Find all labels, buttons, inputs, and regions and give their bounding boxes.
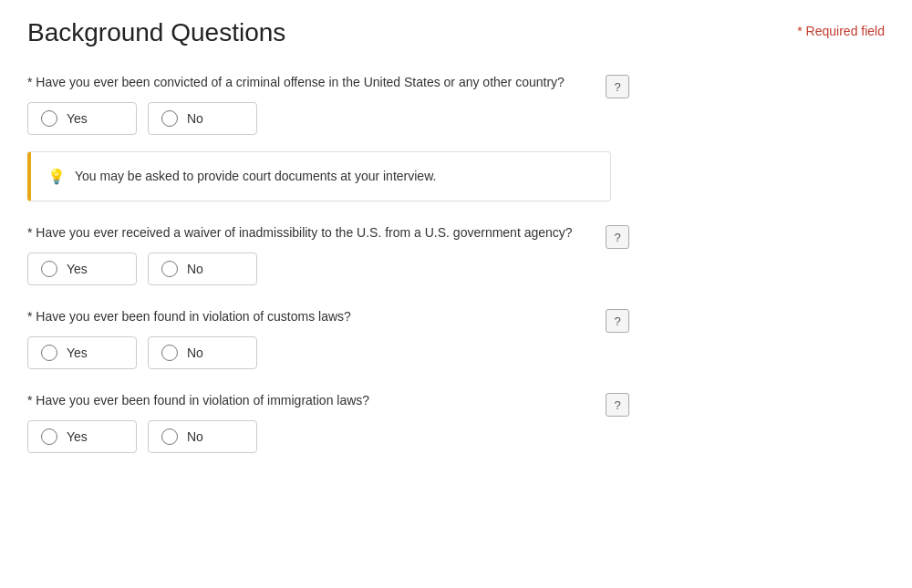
radio-option-1-yes[interactable]: Yes — [27, 102, 137, 135]
questions-container: * Have you ever been convicted of a crim… — [27, 73, 885, 453]
info-box-1: 💡You may be asked to provide court docum… — [27, 151, 611, 201]
question-text-4: * Have you ever been found in violation … — [27, 391, 596, 410]
page-title: Background Questions — [27, 18, 285, 47]
question-text-3: * Have you ever been found in violation … — [27, 307, 596, 326]
required-star: * — [27, 225, 36, 240]
radio-option-3-no[interactable]: No — [148, 336, 257, 369]
radio-label-1-no: No — [187, 111, 203, 126]
required-field-note: * Required field — [797, 18, 885, 38]
radio-label-3-yes: Yes — [67, 346, 88, 360]
question-label-row-1: * Have you ever been convicted of a crim… — [27, 73, 629, 98]
question-block-3: * Have you ever been found in violation … — [27, 307, 885, 369]
help-button-4[interactable]: ? — [606, 393, 629, 417]
radio-label-2-no: No — [187, 262, 203, 276]
radio-group-3: YesNo — [27, 336, 885, 369]
radio-option-1-no[interactable]: No — [148, 102, 257, 135]
question-block-2: * Have you ever received a waiver of ina… — [27, 223, 885, 285]
question-text-1: * Have you ever been convicted of a crim… — [27, 73, 596, 92]
radio-option-2-yes[interactable]: Yes — [27, 253, 137, 285]
radio-group-1: YesNo — [27, 102, 885, 135]
question-label-row-3: * Have you ever been found in violation … — [27, 307, 629, 333]
help-button-2[interactable]: ? — [606, 225, 629, 249]
radio-input-3-no[interactable] — [161, 345, 178, 361]
question-block-4: * Have you ever been found in violation … — [27, 391, 885, 453]
page-header: Background Questions * Required field — [27, 18, 885, 47]
radio-label-4-yes: Yes — [67, 429, 88, 444]
bulb-icon: 💡 — [47, 168, 66, 185]
question-label-row-2: * Have you ever received a waiver of ina… — [27, 223, 629, 249]
help-button-3[interactable]: ? — [606, 309, 629, 333]
required-star: * — [27, 309, 36, 324]
required-star: * — [27, 393, 36, 407]
radio-group-4: YesNo — [27, 420, 885, 453]
radio-input-2-yes[interactable] — [41, 261, 57, 277]
radio-option-3-yes[interactable]: Yes — [27, 336, 137, 369]
radio-label-2-yes: Yes — [67, 262, 88, 276]
radio-option-4-yes[interactable]: Yes — [27, 420, 137, 453]
radio-input-4-yes[interactable] — [41, 428, 57, 445]
radio-label-3-no: No — [187, 346, 203, 360]
question-text-2: * Have you ever received a waiver of ina… — [27, 223, 596, 242]
radio-input-1-yes[interactable] — [41, 110, 57, 127]
info-text-1: You may be asked to provide court docume… — [75, 167, 436, 186]
required-star: * — [27, 75, 36, 89]
radio-input-2-no[interactable] — [161, 261, 178, 277]
help-button-1[interactable]: ? — [606, 75, 629, 98]
radio-option-2-no[interactable]: No — [148, 253, 257, 285]
radio-label-1-yes: Yes — [67, 111, 88, 126]
radio-input-4-no[interactable] — [161, 428, 178, 445]
question-label-row-4: * Have you ever been found in violation … — [27, 391, 629, 417]
radio-option-4-no[interactable]: No — [148, 420, 257, 453]
radio-input-3-yes[interactable] — [41, 345, 57, 361]
radio-input-1-no[interactable] — [161, 110, 178, 127]
radio-label-4-no: No — [187, 429, 203, 444]
question-block-1: * Have you ever been convicted of a crim… — [27, 73, 885, 201]
radio-group-2: YesNo — [27, 253, 885, 285]
